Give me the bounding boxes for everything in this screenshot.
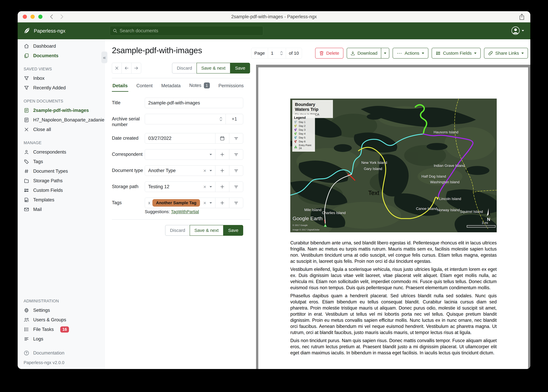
sidebar-item-logs[interactable]: Logs [18, 334, 105, 344]
sidebar-item-2sample-pdf-with-images[interactable]: 2sample-pdf-with-images [18, 106, 105, 115]
clear-icon[interactable]: × [203, 200, 206, 205]
traffic-lights [23, 15, 43, 19]
close-window-button[interactable] [23, 15, 27, 19]
browser-back-icon[interactable] [49, 14, 54, 19]
download-options-button[interactable] [381, 48, 389, 58]
tags-filter-button[interactable] [229, 198, 243, 208]
document-edit-form: Discard Save & next Save DetailsContentM… [112, 63, 250, 236]
document-type-filter-button[interactable] [229, 165, 243, 176]
add-storage-path-button[interactable] [215, 182, 229, 192]
share-links-button[interactable]: Share Links [484, 48, 528, 59]
sidebar-item-h7-napoleon-bonaparte-zadanie[interactable]: H7_Napoleon_Bonaparte_zadanie [18, 115, 105, 125]
map-label: Mile Island [304, 208, 322, 212]
filter-lines-icon [234, 168, 238, 173]
sidebar-item-document-types[interactable]: Document Types [18, 166, 105, 176]
save-next-button[interactable]: Save & next [190, 225, 224, 236]
sidebar-item-storage-paths[interactable]: Storage Paths [18, 176, 105, 186]
sidebar-item-custom-fields[interactable]: Custom Fields [18, 186, 105, 195]
page-stepper[interactable] [280, 51, 283, 55]
tag-chip[interactable]: Another Sample Tag [152, 199, 200, 207]
discard-button[interactable]: Discard [165, 225, 190, 236]
tab-permissions[interactable]: Permissions [218, 79, 244, 92]
caret-down-icon [209, 154, 212, 155]
correspondent-select[interactable] [145, 149, 215, 160]
user-menu[interactable] [511, 26, 524, 35]
previous-document-button[interactable] [122, 63, 131, 73]
add-tag-button[interactable] [215, 198, 229, 208]
legend-label: Day 3 [299, 128, 305, 132]
app-brand[interactable]: Paperless-ngx [18, 27, 105, 35]
browser-forward-icon[interactable] [59, 14, 64, 19]
save-button[interactable]: Save [224, 225, 243, 236]
sidebar-item-close-all[interactable]: Close all [18, 125, 105, 134]
field-row-title: Title [112, 98, 250, 108]
actions-button[interactable]: ⋯ Actions [393, 48, 428, 59]
date-created-input[interactable] [148, 136, 212, 141]
pdf-preview-panel[interactable]: Boundary Waters Trip Six days in BWCA Le… [256, 65, 530, 369]
main-content: 2sample-pdf-with-images Page 1 of 10 Del… [105, 39, 530, 369]
delete-button[interactable]: Delete [315, 48, 343, 59]
tab-details[interactable]: Details [112, 79, 128, 92]
sidebar-item-tags[interactable]: Tags [18, 157, 105, 166]
asn-input[interactable] [145, 114, 226, 124]
asn-plus-one-button[interactable]: +1 [225, 114, 243, 124]
title-input[interactable] [148, 100, 240, 106]
search-icon [113, 28, 117, 33]
file-icon [24, 117, 29, 123]
document-type-select[interactable]: Another Type × [145, 165, 215, 176]
map-label: Canoe Island [416, 207, 437, 211]
sidebar-item-recently-added[interactable]: Recently Added [18, 83, 105, 93]
save-next-button[interactable]: Save & next [196, 63, 230, 73]
zoom-window-button[interactable] [38, 15, 43, 19]
tags-select[interactable]: x Another Sample Tag × [145, 198, 215, 208]
storage-path-select[interactable]: Testing 12 × [145, 182, 215, 192]
sidebar-item-dashboard[interactable]: Dashboard [18, 41, 105, 51]
remove-tag-icon[interactable]: x [148, 201, 150, 205]
sidebar-collapse-button[interactable]: « [101, 52, 107, 63]
add-document-type-button[interactable] [215, 165, 229, 176]
legend-swatch [294, 136, 297, 139]
discard-button[interactable]: Discard [172, 63, 196, 73]
asn-stepper[interactable] [220, 117, 222, 121]
document-paragraph: Phasellus dapibus quam a hendrerit place… [290, 293, 497, 336]
page-number-input[interactable]: 1 [268, 48, 286, 58]
sidebar-item-mail[interactable]: Mail [18, 205, 105, 214]
date-filter-button[interactable] [229, 133, 243, 144]
sidebar-item-documents[interactable]: Documents [18, 51, 105, 61]
sidebar-item-file-tasks[interactable]: File Tasks16 [18, 325, 105, 334]
save-button[interactable]: Save [230, 63, 250, 73]
app-name: Paperless-ngx [34, 28, 65, 34]
tab-metadata[interactable]: Metadata [161, 79, 181, 92]
suggestion-link[interactable]: TagWithPartial [171, 209, 199, 214]
custom-fields-button[interactable]: Custom Fields [432, 48, 481, 59]
tab-notes[interactable]: Notes1 [189, 79, 210, 92]
clear-icon[interactable]: × [203, 184, 206, 189]
next-document-button[interactable] [131, 63, 141, 73]
sidebar-item-documentation[interactable]: Documentation [18, 348, 105, 358]
tasks-icon [24, 327, 29, 332]
calendar-button[interactable] [215, 133, 229, 144]
correspondent-filter-button[interactable] [229, 149, 243, 160]
trash-icon [319, 51, 324, 56]
sidebar-item-settings[interactable]: Settings [18, 306, 105, 315]
add-correspondent-button[interactable] [215, 149, 229, 160]
legend-label: Day 5 [299, 136, 305, 139]
close-document-button[interactable] [112, 63, 122, 73]
download-button[interactable]: Download [347, 48, 381, 58]
caret-down-icon [422, 53, 424, 54]
minimize-window-button[interactable] [30, 15, 35, 19]
documents-icon [24, 53, 29, 59]
search-input[interactable] [120, 28, 260, 34]
logs-icon [24, 336, 29, 342]
sidebar-item-users-groups[interactable]: Users & Groups [18, 315, 105, 325]
caret-down-icon [209, 170, 212, 171]
tab-content[interactable]: Content [136, 79, 153, 92]
ellipsis-icon: ⋯ [397, 51, 402, 56]
sidebar-item-correspondents[interactable]: Correspondents [18, 147, 105, 157]
share-icon[interactable] [519, 13, 525, 21]
sidebar-item-inbox[interactable]: Inbox [18, 73, 105, 83]
storage-path-filter-button[interactable] [229, 182, 243, 192]
clear-icon[interactable]: × [203, 168, 206, 173]
sidebar-item-templates[interactable]: Templates [18, 195, 105, 205]
search-bar[interactable] [110, 26, 263, 35]
